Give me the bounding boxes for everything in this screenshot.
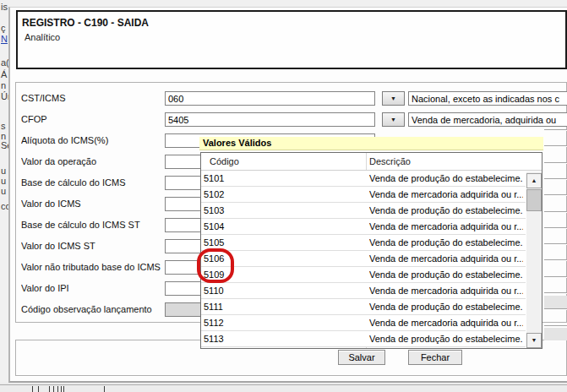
background-row-line <box>544 276 567 278</box>
row-description: Venda de produção do estabelecime... <box>369 235 523 250</box>
form-row: CFOP▼ <box>0 112 567 127</box>
field-label: Código observação lançamento <box>21 302 163 317</box>
table-row[interactable]: 5102Venda de mercadoria adquirida ou r..… <box>201 187 526 203</box>
field-label: Alíquota do ICMS(%) <box>21 133 163 148</box>
scroll-up-button[interactable]: ▲ <box>526 173 542 188</box>
field-label: Valor não tributado base do ICMS <box>21 260 163 275</box>
row-description: Venda de mercadoria adquirida ou r... <box>369 187 523 202</box>
table-row[interactable]: 5110Venda de mercadoria adquirida ou r..… <box>201 283 526 299</box>
triangle-down-icon: ▼ <box>532 337 537 343</box>
background-text-fragment: N <box>1 34 8 44</box>
background-grid-tick <box>57 386 58 392</box>
screen: isçNa(ÁnÚrsnSeuuuco REGISTRO - C190 - SA… <box>0 0 567 392</box>
row-code: 5111 <box>204 299 223 314</box>
background-grid-tick <box>104 386 105 392</box>
table-row[interactable]: 5103Venda de produção do estabelecime... <box>201 203 526 219</box>
background-row-band <box>544 328 567 340</box>
row-code: 5112 <box>204 315 224 330</box>
red-highlight-annotation <box>197 248 234 283</box>
field-label: Valor da operação <box>21 155 163 169</box>
popup-scrollbar[interactable]: ▲ ▼ <box>526 172 542 348</box>
dialog-subtitle: Analítico <box>25 32 60 42</box>
table-row[interactable]: 5104Venda de mercadoria adquirida ou r..… <box>201 219 526 235</box>
field-label: Valor do ICMS ST <box>21 239 163 253</box>
row-description: Venda de mercadoria adquirida ou r... <box>369 219 523 234</box>
dropdown-button[interactable]: ▼ <box>382 91 405 106</box>
table-row[interactable]: 5106Venda de mercadoria adquirida ou r..… <box>201 251 526 267</box>
field-label: Base de cálculo do ICMS ST <box>21 218 163 232</box>
row-description: Venda de mercadoria adquirida ou r... <box>369 251 523 266</box>
chevron-down-icon: ▼ <box>390 95 396 101</box>
row-description: Venda de mercadoria adquirida ou r... <box>369 283 523 298</box>
valores-validos-popup: Valores Válidos Código Descrição 5101Ven… <box>199 137 543 349</box>
background-row-line <box>544 129 567 131</box>
field-input[interactable] <box>165 112 375 127</box>
background-text-fragment: Á <box>1 69 7 79</box>
table-row[interactable]: 5105Venda de produção do estabelecime... <box>201 235 526 251</box>
row-code: 5103 <box>204 203 224 218</box>
background-row-line <box>544 211 567 213</box>
field-label: CFOP <box>21 112 163 127</box>
popup-title: Valores Válidos <box>199 137 543 150</box>
table-header: Código Descrição <box>201 153 542 171</box>
table-row[interactable]: 5109Venda de produção do estabelecime... <box>201 267 526 283</box>
background-grid-tick <box>32 386 33 392</box>
dialog-title: REGISTRO - C190 - SAIDA <box>22 17 149 29</box>
triangle-up-icon: ▲ <box>532 177 537 183</box>
background-text-fragment: n <box>1 80 6 90</box>
background-row-line <box>544 325 567 327</box>
codes-table: Código Descrição 5101Venda de produção d… <box>200 152 542 349</box>
table-row[interactable]: 5101Venda de produção do estabelecime... <box>201 171 526 187</box>
field-label: CST/ICMS <box>21 91 163 106</box>
background-horizontal-line <box>0 384 567 385</box>
field-label: Valor do IPI <box>21 281 163 296</box>
row-code: 5104 <box>204 219 224 234</box>
dialog-header: REGISTRO - C190 - SAIDA Analítico <box>16 10 567 69</box>
background-grid-tick <box>61 386 62 392</box>
dropdown-button[interactable]: ▼ <box>382 112 405 127</box>
row-description: Venda de mercadoria adquirida ou r... <box>369 315 523 330</box>
column-header-codigo: Código <box>210 153 239 171</box>
row-description: Venda de produção do estabelecime... <box>369 267 523 282</box>
row-code: 5101 <box>204 171 224 186</box>
close-button[interactable]: Fechar <box>408 350 462 365</box>
scrollbar-thumb[interactable] <box>526 189 542 211</box>
field-label: Base de cálculo do ICMS <box>21 176 163 190</box>
background-text-fragment: ç <box>1 23 6 33</box>
row-code: 5110 <box>204 283 224 298</box>
row-code: 5113 <box>204 331 224 346</box>
table-row[interactable]: 5112Venda de mercadoria adquirida ou r..… <box>201 315 526 331</box>
background-window-bottom-edge <box>0 383 567 392</box>
chevron-down-icon: ▼ <box>390 117 396 122</box>
table-row[interactable]: 5111Venda de produção do estabelecime... <box>201 299 526 315</box>
scroll-down-button[interactable]: ▼ <box>526 333 542 348</box>
field-label: Valor do ICMS <box>21 197 163 211</box>
row-description: Venda de produção do estabelecime... <box>369 299 523 314</box>
background-grid-tick <box>53 386 54 392</box>
form-row: CST/ICMS▼ <box>0 91 567 106</box>
background-row-line <box>544 194 567 196</box>
field-description[interactable] <box>408 112 567 127</box>
row-description: Venda de produção do estabelecime... <box>369 171 523 186</box>
background-grid-tick <box>63 386 64 392</box>
background-grid-tick <box>49 386 50 392</box>
row-code: 5102 <box>204 187 224 202</box>
row-description: Venda de produção do estabelecime... <box>369 331 523 346</box>
save-button[interactable]: Salvar <box>338 350 385 365</box>
background-grid-tick <box>38 386 39 392</box>
field-description[interactable] <box>408 91 567 106</box>
row-description: Venda de produção do estabelecime... <box>369 203 523 218</box>
background-text-fragment: is <box>1 2 8 12</box>
column-header-descricao: Descrição <box>369 153 411 171</box>
field-input[interactable] <box>165 91 375 106</box>
table-row[interactable]: 5113Venda de produção do estabelecime... <box>201 331 526 347</box>
